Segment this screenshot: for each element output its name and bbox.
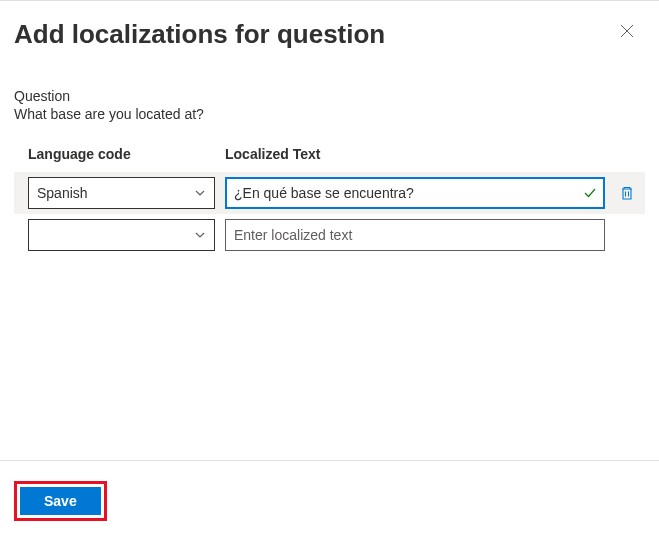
question-label: Question	[14, 88, 645, 104]
panel-footer: Save	[0, 460, 659, 556]
save-button[interactable]: Save	[20, 487, 101, 515]
close-icon	[620, 24, 634, 38]
localization-row: Spanish	[14, 172, 645, 214]
chevron-down-icon	[194, 187, 206, 199]
delete-row-button[interactable]	[615, 181, 639, 205]
column-header-localized-text: Localized Text	[225, 146, 645, 162]
checkmark-icon	[583, 186, 597, 200]
close-button[interactable]	[615, 19, 639, 43]
dropdown-value: Spanish	[37, 185, 88, 201]
localization-row	[14, 214, 645, 256]
save-highlight-box: Save	[14, 481, 107, 521]
language-dropdown[interactable]: Spanish	[28, 177, 215, 209]
table-header: Language code Localized Text	[14, 146, 645, 162]
panel-title: Add localizations for question	[14, 19, 385, 50]
localized-text-input[interactable]	[225, 219, 605, 251]
trash-icon	[619, 185, 635, 201]
question-text: What base are you located at?	[14, 106, 645, 122]
chevron-down-icon	[194, 229, 206, 241]
language-dropdown[interactable]	[28, 219, 215, 251]
localized-text-input[interactable]	[225, 177, 605, 209]
column-header-language: Language code	[28, 146, 225, 162]
